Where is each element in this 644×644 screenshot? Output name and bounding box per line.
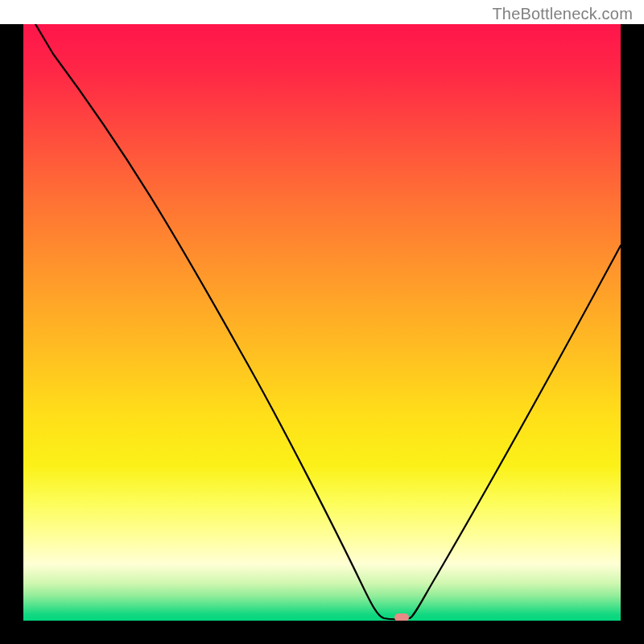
watermark-text: TheBottleneck.com	[492, 5, 633, 23]
plot-area	[23, 24, 621, 621]
plot-frame	[0, 24, 644, 644]
optimal-marker	[394, 613, 409, 621]
bottleneck-curve	[23, 24, 621, 621]
